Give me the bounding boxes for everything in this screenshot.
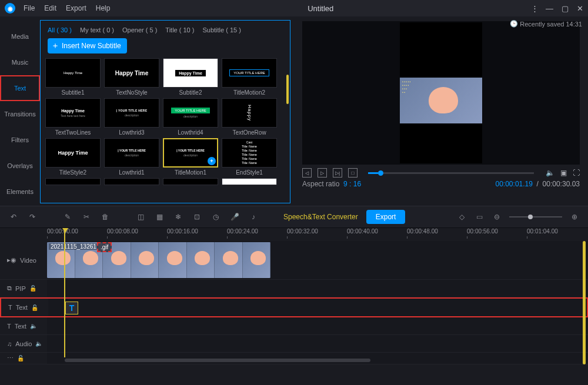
maximize-button[interactable]: ▢ [562,4,569,13]
playhead[interactable] [64,228,65,357]
top-area: Media Music Text Transitions Filters Ove… [0,16,588,206]
template-lowthrid3[interactable]: | YOUR TITLE HEREdescription [104,98,159,128]
track-label: Text [15,323,26,330]
menu-help[interactable]: Help [96,4,111,12]
fit-icon[interactable]: ▭ [474,212,485,222]
redo-icon[interactable]: ↷ [27,212,38,222]
audio-icon[interactable]: ♪ [248,212,259,222]
video-track-body[interactable]: 20211115_13261 .gif [47,241,588,279]
time-ruler[interactable]: 00:00:00.00 00:00:08.00 00:00:16.00 00:0… [47,228,588,240]
template-titlemotion1[interactable]: | YOUR TITLE HEREdescription + [163,138,218,168]
preview-area: • • • • •• • • •• • •• • ◁ ▷ ▷| □ 🔈 ▣ ⛶ … [290,16,588,206]
stop-button[interactable]: □ [348,168,358,178]
template-endstyle1[interactable]: Cast Title: Name Title: Name Title: Name… [222,138,277,168]
volume-icon[interactable]: 🔈 [35,340,42,347]
template-partial[interactable] [104,178,159,185]
video-clip[interactable]: 20211115_13261 .gif [47,242,270,278]
nav-elements[interactable]: Elements [0,179,40,205]
edit-icon[interactable]: ✎ [62,212,73,222]
template-label: TextOneRow [232,129,266,136]
nav-music[interactable]: Music [0,49,40,75]
lock-icon[interactable]: 🔓 [31,304,38,311]
aspect-ratio-button[interactable]: 9 : 16 [343,180,361,188]
voiceover-icon[interactable]: 🎤 [229,212,240,222]
menu-edit[interactable]: Edit [44,4,56,12]
add-template-button[interactable]: + [208,157,216,165]
cut-icon[interactable]: ✂ [81,212,92,222]
template-subtitle1[interactable]: Happy Time [45,58,101,88]
template-titlestyle2[interactable]: Happy Time [45,138,101,168]
template-partial[interactable] [222,178,277,185]
template-label: TitleMotion2 [233,89,265,96]
panel-scrollbar[interactable] [286,75,289,104]
audio-track-body[interactable] [47,335,588,352]
nav-text[interactable]: Text [0,75,40,101]
duration-icon[interactable]: ◷ [211,212,221,222]
template-textnostyle[interactable]: Happy Time [104,58,159,88]
delete-icon[interactable]: 🗑 [100,212,111,222]
play-button[interactable]: ▷ [318,168,327,178]
template-label: Subtitle2 [179,89,202,96]
crop-icon[interactable]: ◫ [135,212,146,222]
timeline-v-scrollbar[interactable] [583,241,586,364]
template-textonerow[interactable]: Happy [222,98,277,128]
fullscreen-icon[interactable]: ⛶ [573,169,580,177]
window-controls: ⋮ — ▢ ✕ [531,4,583,13]
insert-subtitle-button[interactable]: ＋ Insert New Subtitle [48,38,127,53]
zoom-icon[interactable]: ⊡ [192,212,202,222]
volume-icon[interactable]: 🔈 [30,323,37,329]
template-lowthrid1[interactable]: | YOUR TITLE HEREdescription [104,138,159,168]
speech-text-converter-button[interactable]: Speech&Text Converter [283,213,358,221]
minimize-button[interactable]: — [546,4,553,13]
template-partial[interactable] [163,178,218,185]
nav-overlays[interactable]: Overlays [0,153,40,179]
mosaic-icon[interactable]: ▦ [154,212,165,222]
ruler-tick: 00:00:32.00 [287,228,318,235]
undo-icon[interactable]: ↶ [8,212,19,222]
tab-opener[interactable]: Opener ( 5 ) [122,26,157,34]
pip-track-body[interactable] [47,280,588,297]
nav-transitions[interactable]: Transitions [0,101,40,127]
close-button[interactable]: ✕ [577,4,583,13]
menu-export[interactable]: Export [66,4,86,12]
prev-frame-button[interactable]: ◁ [302,168,312,178]
text-track-body[interactable] [47,317,588,334]
side-nav: Media Music Text Transitions Filters Ove… [0,16,40,206]
nav-filters[interactable]: Filters [0,127,40,153]
export-button[interactable]: Export [366,210,406,224]
zoom-out-icon[interactable]: ⊖ [492,212,502,222]
ruler-tick: 00:00:40.00 [347,228,378,235]
lock-icon[interactable]: 🔓 [29,285,36,292]
template-titlemotion2[interactable]: YOUR TITLE HERE [222,58,277,88]
template-texttwolines[interactable]: Happy TimeText here text here [45,98,101,128]
template-lowthrid4[interactable]: YOUR TITLE HEREdescription [163,98,218,128]
next-frame-button[interactable]: ▷| [333,168,342,178]
menu-file[interactable]: File [24,4,35,12]
zoom-slider[interactable] [509,216,562,217]
marker-icon[interactable]: ◇ [456,212,467,222]
tracks: ▸◉Video 20211115_13261 .gif ⧉PIP🔓 TText🔓… [0,241,588,364]
template-label: TextNoStyle [116,89,147,96]
template-partial[interactable] [45,178,101,185]
tab-subtitle[interactable]: Subtitle ( 15 ) [202,26,240,34]
text-track-body[interactable]: T [48,299,587,316]
saved-status: 🕒 Recently saved 14:31 [510,20,582,28]
track-text: TText🔈 [0,317,588,335]
text-clip[interactable]: T [65,302,78,314]
template-subtitle2[interactable]: Happy Time [163,58,218,88]
snapshot-icon[interactable]: ▣ [560,169,567,177]
freeze-icon[interactable]: ❄ [173,212,183,222]
template-label: TitleMotion1 [175,169,206,176]
zoom-in-icon[interactable]: ⊕ [569,212,580,222]
tab-title[interactable]: Title ( 10 ) [165,26,194,34]
plus-icon: ＋ [51,41,59,51]
volume-icon[interactable]: 🔈 [546,169,554,177]
tab-mytext[interactable]: My text ( 0 ) [80,26,114,34]
lock-icon[interactable]: 🔓 [17,355,24,361]
playback-slider[interactable] [368,172,534,174]
nav-media[interactable]: Media [0,24,40,49]
timeline-h-scrollbar[interactable] [65,359,370,362]
pip-track-icon: ⧉ [7,284,12,292]
tab-all[interactable]: All ( 30 ) [48,26,72,34]
more-icon[interactable]: ⋮ [531,4,537,13]
